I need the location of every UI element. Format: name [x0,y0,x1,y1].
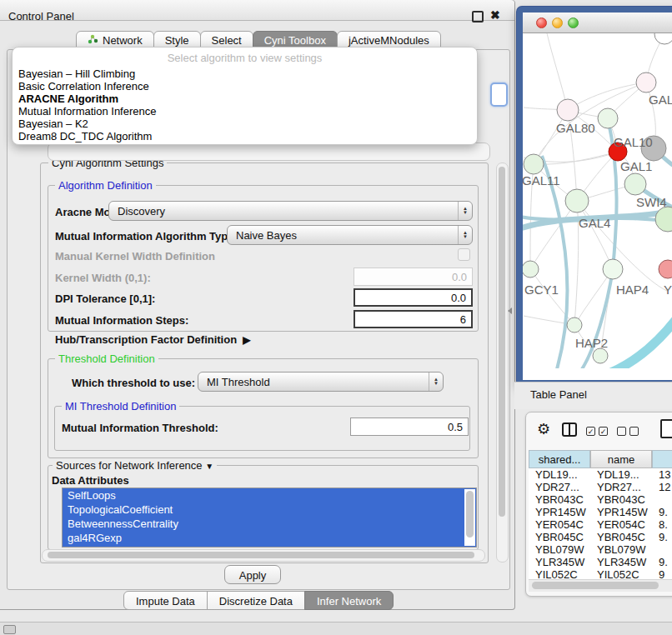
network-node[interactable] [598,108,618,128]
network-node[interactable] [636,72,656,92]
table-row[interactable]: YBR043CYBR043C [529,493,672,506]
network-node[interactable] [593,348,608,363]
tab-label: Select [212,34,242,47]
dpi-tolerance-field[interactable]: 0.0 [354,288,473,307]
network-edge[interactable] [534,152,618,164]
network-node[interactable] [524,154,544,174]
network-node[interactable] [567,318,582,332]
algorithm-option[interactable]: ARACNE Algorithm [13,92,477,105]
table-header: shared...nameA [529,450,672,468]
table-cell: YPR145W [590,506,652,518]
column-header[interactable]: name [590,450,652,468]
panel-collapse-arrow[interactable] [508,308,512,314]
zoom-traffic-light[interactable] [568,18,579,28]
network-node[interactable] [557,99,579,121]
dpi-tolerance-label: DPI Tolerance [0,1]: [55,292,155,305]
threshold-definition-title: Threshold Definition [55,352,158,365]
columns-icon[interactable] [562,422,577,437]
settings-vertical-scrollbar-thumb[interactable] [499,167,505,517]
attribute-item[interactable]: gal4RGexp [63,531,476,545]
network-node[interactable] [603,259,623,279]
data-attributes-label: Data Attributes [52,474,129,487]
network-edge[interactable] [530,201,577,269]
float-window-icon[interactable] [472,11,484,22]
algorithm-option[interactable]: Dream8 DC_TDC Algorithm [13,130,477,142]
sources-toggle[interactable]: Sources for Network Inference ▼ [53,459,217,472]
focused-combo-fragment[interactable] [490,82,508,107]
settings-horizontal-scrollbar-thumb[interactable] [48,552,474,558]
stepper-icon: ▲▼ [458,226,472,244]
table-row[interactable]: YER054CYER054C8. [529,518,672,531]
mi-type-combo[interactable]: Naive Bayes ▲▼ [227,225,473,245]
attribute-item[interactable]: TopologicalCoefficient [63,502,476,517]
network-edge[interactable] [600,312,672,368]
control-panel-titlebar[interactable]: Control Panel ✖ [0,0,514,21]
mi-threshold-field[interactable]: 0.5 [350,418,469,436]
which-threshold-combo[interactable]: MI Threshold ▲▼ [198,372,444,392]
network-node[interactable] [565,189,589,212]
network-window-titlebar[interactable] [523,12,672,33]
network-edge[interactable] [542,156,567,368]
bottom-tab-discretize-data[interactable]: Discretize Data [207,591,305,610]
network-canvas[interactable]: GALGAL80GAL10GAL1GAL11SWI4GAL4GCY1HAP4YH… [523,33,672,368]
minimize-traffic-light[interactable] [552,18,563,28]
manual-kernel-checkbox[interactable] [458,248,470,261]
attribute-item-partial[interactable] [63,545,476,548]
mi-steps-field[interactable]: 6 [354,310,473,328]
node-label: GAL1 [620,159,652,173]
bottom-tab-impute-data[interactable]: Impute Data [123,591,208,610]
bottom-tab-infer-network[interactable]: Infer Network [304,591,394,610]
table-cell [652,493,672,506]
apply-button[interactable]: Apply [224,565,281,584]
attribute-item[interactable]: BetweennessCentrality [63,517,476,531]
network-node[interactable] [655,207,672,232]
file-icon[interactable] [660,419,672,438]
table-horizontal-scrollbar-thumb[interactable] [532,582,659,589]
algorithm-dropdown-prompt: Select algorithm to view settings [13,48,477,68]
deselect-all-icon[interactable] [617,427,639,436]
table-row[interactable]: YPR145WYPR145W9. [529,506,672,518]
hub-definition-toggle[interactable]: Hub/Transcription Factor Definition ▶ [55,333,251,346]
node-label: GAL4 [579,216,610,230]
attributes-scrollbar-thumb[interactable] [466,491,474,538]
table-cell: YBL079W [590,543,652,556]
network-node[interactable] [624,173,646,195]
background-combo[interactable] [48,142,490,161]
table-row[interactable]: YBR045CYBR045C9. [529,531,672,543]
network-node[interactable] [523,261,539,278]
table-cell: 9. [652,531,672,543]
algorithm-option[interactable]: Basic Correlation Inference [13,80,477,92]
table-row[interactable]: YBL079WYBL079W [529,543,672,556]
settings-vertical-scrollbar[interactable] [496,162,509,562]
table-horizontal-scrollbar[interactable] [529,579,672,592]
network-edge[interactable] [547,33,568,110]
mi-type-label: Mutual Information Algorithm Type: [55,230,238,242]
aracne-mode-combo[interactable]: Discovery ▲▼ [108,201,473,221]
table-row[interactable]: YDR27...YDR27...12 [529,481,672,493]
table-cell: YBR045C [590,531,652,543]
column-header[interactable]: A [652,450,672,468]
minimized-panel-icon[interactable] [3,625,16,634]
aracne-mode-value: Discovery [109,205,458,218]
close-traffic-light[interactable] [536,18,547,28]
network-node[interactable] [654,33,672,44]
kernel-width-field[interactable]: 0.0 [354,268,473,286]
gear-icon[interactable]: ⚙ [537,420,550,438]
attribute-item[interactable]: SelfLoops [63,488,476,502]
table-row[interactable]: YLR345WYLR345W9. [529,556,672,568]
algorithm-option[interactable]: Mutual Information Inference [13,105,477,118]
table-cell: YBR045C [529,531,590,543]
algorithm-option[interactable]: Bayesian – K2 [13,118,477,130]
algorithm-option[interactable]: Bayesian – Hill Climbing [13,68,477,80]
select-all-icon[interactable]: ✓✓ [586,427,608,436]
table-cell: 8. [652,518,672,531]
settings-horizontal-scrollbar[interactable] [42,549,485,562]
node-label: HAP2 [575,336,608,350]
network-edge[interactable] [568,82,646,110]
attributes-scrollbar[interactable] [464,489,475,546]
table-cell: YDL19... [590,468,652,481]
network-node[interactable] [659,260,672,278]
table-row[interactable]: YDL19...YDL19...13 [529,468,672,481]
close-icon[interactable]: ✖ [490,8,500,22]
column-header[interactable]: shared... [529,450,590,468]
